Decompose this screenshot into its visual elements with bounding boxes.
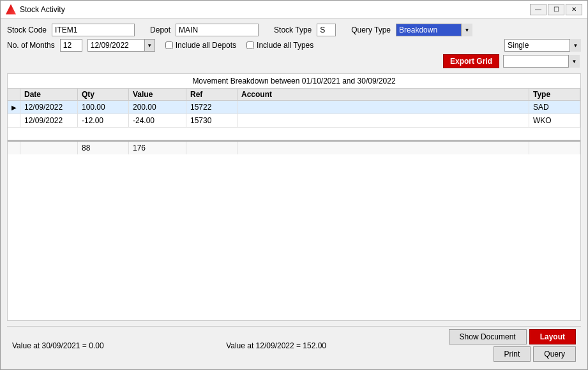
table-row[interactable]: 12/09/2022 -12.00 -24.00 15730 WKO — [8, 114, 580, 128]
single-select-wrap: Single Multiple ▼ — [504, 39, 581, 52]
grid-col-value: Value — [129, 89, 186, 100]
total-date — [20, 142, 78, 154]
table-row-empty — [8, 128, 580, 140]
stock-type-label: Stock Type — [274, 26, 312, 34]
status-right: Value at 12/09/2022 = 152.00 — [226, 341, 326, 350]
row-type: SAD — [529, 101, 580, 114]
export-grid-button[interactable]: Export Grid — [443, 54, 499, 68]
date-input[interactable] — [87, 39, 145, 52]
grid-header: Date Qty Value Ref Account Type — [8, 89, 580, 101]
stock-type-input[interactable] — [317, 24, 336, 36]
row-value: -24.00 — [129, 114, 186, 127]
depot-input[interactable] — [176, 24, 259, 36]
row-account — [237, 101, 529, 114]
date-input-wrap: ▼ — [87, 39, 155, 52]
total-type — [529, 142, 580, 154]
depot-label: Depot — [150, 26, 170, 34]
row-account — [237, 114, 529, 127]
grid-total-row: 88 176 — [8, 140, 580, 154]
total-arrow — [8, 142, 20, 154]
row-type: WKO — [529, 114, 580, 127]
grid-col-ref: Ref — [186, 89, 237, 100]
row-qty: -12.00 — [78, 114, 129, 127]
minimize-button[interactable]: — — [530, 4, 547, 15]
include-all-depots-checkbox[interactable] — [165, 41, 173, 49]
title-buttons: — ☐ ✕ — [530, 4, 582, 15]
row-ref: 15730 — [186, 114, 237, 127]
window-title: Stock Activity — [20, 5, 65, 14]
title-bar-left: Stock Activity — [6, 4, 65, 15]
total-value: 176 — [129, 142, 186, 154]
title-bar: Stock Activity — ☐ ✕ — [1, 1, 587, 18]
bottom-buttons-row2: Print Query — [494, 346, 576, 362]
row-arrow-icon — [8, 114, 20, 127]
bottom-right-section: Show Document Layout Print Query — [449, 329, 576, 362]
single-select[interactable]: Single Multiple — [504, 39, 581, 52]
form-row-2: No. of Months ▼ Include all Depots Inclu… — [7, 39, 581, 52]
grid-container: Movement Breakdown between 01/10/2021 an… — [7, 73, 581, 321]
main-window: Stock Activity — ☐ ✕ Stock Code Depot St… — [0, 0, 588, 370]
maximize-button[interactable]: ☐ — [548, 4, 564, 15]
bottom-buttons-row1: Show Document Layout — [449, 329, 576, 344]
include-all-types-wrap: Include all Types — [246, 41, 313, 50]
row-arrow-icon: ▶ — [8, 101, 20, 114]
include-all-types-label: Include all Types — [257, 41, 313, 50]
main-content: Stock Code Depot Stock Type Query Type B… — [1, 18, 587, 369]
total-account — [237, 142, 529, 154]
query-type-wrap: Breakdown Summary Detail ▼ — [396, 24, 472, 36]
total-ref — [186, 142, 237, 154]
show-document-button[interactable]: Show Document — [449, 329, 527, 344]
date-dropdown-button[interactable]: ▼ — [145, 39, 155, 52]
grid-col-account: Account — [237, 89, 529, 100]
export-text-wrap: ▼ — [503, 55, 580, 68]
include-all-types-checkbox[interactable] — [246, 41, 254, 49]
query-type-label: Query Type — [351, 26, 391, 34]
form-row-3: Export Grid ▼ — [7, 54, 581, 68]
query-type-select[interactable]: Breakdown Summary Detail — [396, 24, 472, 36]
bottom-bar: Value at 30/09/2021 = 0.00 Value at 12/0… — [7, 326, 581, 364]
form-row-1: Stock Code Depot Stock Type Query Type B… — [7, 24, 581, 36]
query-button[interactable]: Query — [533, 346, 576, 362]
include-all-depots-label: Include all Depots — [176, 41, 236, 50]
app-icon — [6, 4, 16, 15]
grid-title: Movement Breakdown between 01/10/2021 an… — [8, 74, 580, 89]
grid-col-date: Date — [20, 89, 78, 100]
row-date: 12/09/2022 — [20, 101, 78, 114]
close-button[interactable]: ✕ — [566, 4, 582, 15]
row-ref: 15722 — [186, 101, 237, 114]
table-row[interactable]: ▶ 12/09/2022 100.00 200.00 15722 SAD — [8, 101, 580, 114]
export-dropdown-arrow-icon[interactable]: ▼ — [568, 55, 580, 68]
grid-col-qty: Qty — [78, 89, 129, 100]
row-date: 12/09/2022 — [20, 114, 78, 127]
row-value: 200.00 — [129, 101, 186, 114]
total-qty: 88 — [78, 142, 129, 154]
stock-code-input[interactable] — [52, 24, 135, 36]
grid-col-arrow — [8, 89, 20, 100]
layout-button[interactable]: Layout — [529, 329, 576, 344]
include-all-depots-wrap: Include all Depots — [165, 41, 236, 50]
row-qty: 100.00 — [78, 101, 129, 114]
print-button[interactable]: Print — [494, 346, 531, 362]
grid-body: ▶ 12/09/2022 100.00 200.00 15722 SAD 12/… — [8, 101, 580, 320]
status-left: Value at 30/09/2021 = 0.00 — [12, 341, 104, 350]
months-label: No. of Months — [7, 41, 55, 50]
stock-code-label: Stock Code — [7, 26, 47, 34]
months-input[interactable] — [60, 39, 82, 52]
grid-col-type: Type — [529, 89, 580, 100]
